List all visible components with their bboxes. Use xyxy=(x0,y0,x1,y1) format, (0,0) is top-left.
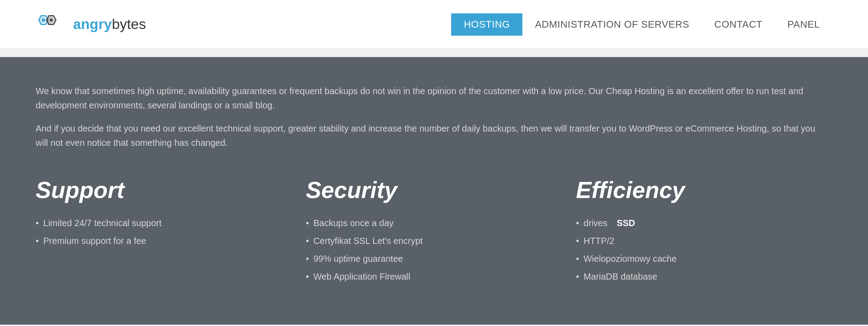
list-item: HTTP/2 xyxy=(576,235,828,247)
list-item: 99% uptime guarantee xyxy=(306,252,558,265)
header: angrybytes HOSTING ADMINISTRATION OF SER… xyxy=(0,0,868,49)
logo-text-bold: angry xyxy=(73,16,112,32)
feature-support-list: Limited 24/7 technical support Premium s… xyxy=(36,217,288,247)
logo-text-after: bytes xyxy=(112,16,146,32)
list-item: Wielopoziomowy cache xyxy=(576,252,828,265)
svg-point-5 xyxy=(50,18,53,21)
logo-icon xyxy=(36,13,67,36)
feature-security-list: Backups once a day Certyfikat SSL Let's … xyxy=(306,217,558,283)
intro-paragraph-2: And if you decide that you need our exce… xyxy=(36,121,828,150)
svg-point-4 xyxy=(42,18,45,21)
list-item: drives SSD xyxy=(576,217,828,229)
list-item: Backups once a day xyxy=(306,217,558,229)
ssd-bold: SSD xyxy=(617,217,635,229)
feature-efficiency-list: drives SSD HTTP/2 Wielopoziomowy cache M… xyxy=(576,217,828,283)
logo: angrybytes xyxy=(36,13,146,36)
main-nav: HOSTING ADMINISTRATION OF SERVERS CONTAC… xyxy=(451,13,832,36)
list-item: Certyfikat SSL Let's encrypt xyxy=(306,235,558,247)
list-item: Premium support for a fee xyxy=(36,235,288,247)
list-item: MariaDB database xyxy=(576,270,828,283)
feature-support-title: Support xyxy=(36,177,288,203)
feature-support: Support Limited 24/7 technical support P… xyxy=(36,177,288,288)
main-content: We know that sometimes high uptime, avai… xyxy=(0,57,868,325)
feature-security-title: Security xyxy=(306,177,558,203)
hero-bar xyxy=(0,49,868,57)
feature-security: Security Backups once a day Certyfikat S… xyxy=(306,177,558,288)
intro-paragraph-1: We know that sometimes high uptime, avai… xyxy=(36,84,828,112)
features-grid: Support Limited 24/7 technical support P… xyxy=(36,177,828,288)
nav-hosting[interactable]: HOSTING xyxy=(451,13,522,36)
nav-contact[interactable]: CONTACT xyxy=(702,13,775,36)
logo-text: angrybytes xyxy=(73,16,146,33)
list-item: Web Application Firewall xyxy=(306,270,558,283)
feature-efficiency: Efficiency drives SSD HTTP/2 Wielopoziom… xyxy=(576,177,828,288)
feature-efficiency-title: Efficiency xyxy=(576,177,828,203)
list-item: Limited 24/7 technical support xyxy=(36,217,288,229)
nav-panel[interactable]: PANEL xyxy=(775,13,832,36)
nav-administration[interactable]: ADMINISTRATION OF SERVERS xyxy=(522,13,702,36)
